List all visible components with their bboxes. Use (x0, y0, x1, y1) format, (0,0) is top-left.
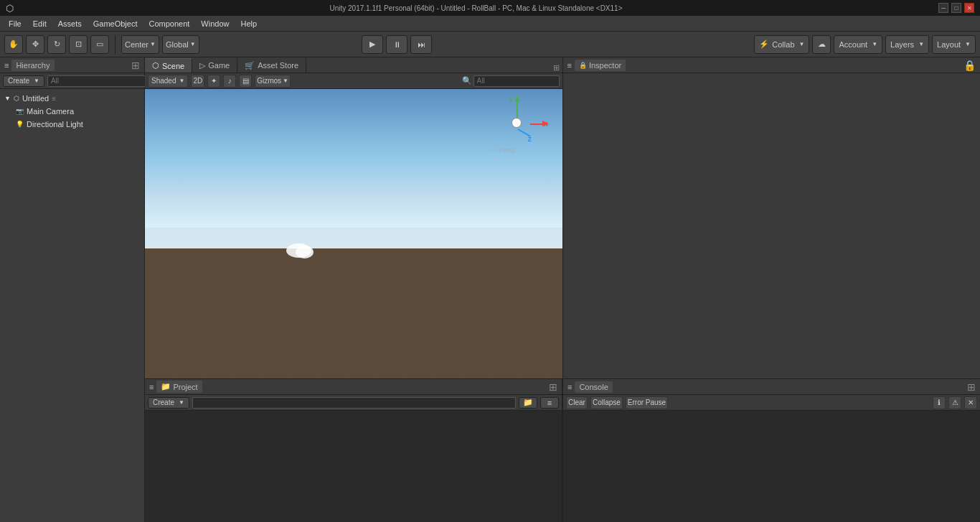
main-camera-label: Main Camera (27, 107, 74, 116)
scene-gizmo: Y X Z ← Persp (491, 96, 548, 161)
scene-toolbar: Shaded ▼ 2D ✦ ♪ ▤ Gizmos ▼ 🔍 (145, 73, 562, 89)
scene-search-input[interactable] (473, 75, 560, 87)
layers-button[interactable]: Layers ▼ (885, 35, 929, 54)
scene-tab[interactable]: ⬡ Scene (145, 58, 192, 73)
window-controls: ─ □ ✕ (938, 3, 974, 13)
asset-store-tab-icon: 🛒 (245, 61, 255, 70)
project-options-icon[interactable]: ⊞ (549, 381, 557, 393)
rotate-tool-button[interactable]: ↻ (47, 35, 66, 54)
toolbar: ✋ ✥ ↻ ⊡ ▭ Center ▼ Global ▼ ▶ ⏸ ⏭ ⚡ Coll… (0, 32, 980, 57)
project-list-button[interactable]: ≡ (540, 397, 559, 409)
project-tab[interactable]: 📁 Project (156, 381, 202, 393)
layers-chevron-icon: ▼ (918, 41, 924, 47)
y-axis-head (514, 96, 520, 102)
collab-button[interactable]: ⚡ Collab ▼ (754, 35, 809, 54)
menu-window[interactable]: Window (195, 18, 235, 29)
z-axis-label: Z (528, 136, 532, 143)
hierarchy-tab[interactable]: Hierarchy (11, 60, 54, 71)
pivot-center-button[interactable]: Center ▼ (121, 35, 159, 54)
console-warn-button[interactable]: ⚠ (948, 396, 961, 409)
titlebar-title: Unity 2017.1.1f1 Personal (64bit) - Unti… (330, 4, 623, 12)
asset-store-tab[interactable]: 🛒 Asset Store (237, 58, 306, 73)
console-options-icon[interactable]: ⊞ (967, 381, 976, 393)
hierarchy-create-button[interactable]: Create ▼ (3, 75, 44, 87)
console-error-pause-button[interactable]: Error Pause (626, 396, 668, 409)
console-collapse-button[interactable]: Collapse (590, 396, 623, 409)
console-content (563, 411, 980, 522)
hierarchy-search-input[interactable] (47, 75, 146, 87)
scene-viewport[interactable]: Y X Z ← Persp (145, 89, 562, 378)
scene-tab-options-icon[interactable]: ⊞ (550, 63, 562, 73)
audio-button[interactable]: ♪ (223, 75, 236, 88)
lighting-button[interactable]: ✦ (207, 75, 220, 88)
cloud-button[interactable]: ☁ (812, 35, 831, 54)
project-search-input[interactable] (192, 397, 516, 409)
center-area: ⬡ Scene ▷ Game 🛒 Asset Store ⊞ (145, 57, 980, 522)
play-button[interactable]: ▶ (362, 35, 383, 54)
inspector-options-icon[interactable]: 🔒 (963, 60, 976, 71)
inspector-tab[interactable]: 🔒 Inspector (575, 60, 626, 71)
console-panel: ≡ Console ⊞ Clear Collapse Error Pause ℹ… (562, 379, 980, 522)
menu-gameobject[interactable]: GameObject (88, 18, 143, 29)
pause-button[interactable]: ⏸ (386, 35, 407, 54)
collab-chevron-icon: ▼ (799, 41, 805, 47)
step-button[interactable]: ⏭ (410, 35, 432, 54)
inspector-panel: ≡ 🔒 Inspector 🔒 (562, 57, 981, 378)
project-create-button[interactable]: Create ▼ (148, 397, 189, 409)
project-menu-icon: ≡ (149, 383, 154, 391)
effects-button[interactable]: ▤ (239, 75, 252, 88)
maximize-button[interactable]: □ (951, 3, 961, 13)
toolbar-right: ⚡ Collab ▼ ☁ Account ▼ Layers ▼ Layout ▼ (754, 35, 976, 54)
account-button[interactable]: Account ▼ (834, 35, 882, 54)
scene-options-icon: ≡ (52, 95, 56, 103)
menu-assets[interactable]: Assets (52, 18, 88, 29)
hierarchy-header: ≡ Hierarchy ⊞ (0, 57, 144, 73)
inspector-menu-icon: ≡ (567, 61, 572, 70)
hand-tool-button[interactable]: ✋ (4, 35, 23, 54)
console-log-button[interactable]: ℹ (933, 396, 946, 409)
menu-component[interactable]: Component (143, 18, 195, 29)
console-clear-button[interactable]: Clear (566, 396, 588, 409)
project-content (145, 411, 562, 522)
pivot-global-button[interactable]: Global ▼ (162, 35, 199, 54)
scene-area: ⬡ Scene ▷ Game 🛒 Asset Store ⊞ (145, 57, 562, 378)
shading-dropdown[interactable]: Shaded ▼ (148, 75, 188, 88)
titlebar: ⬡ Unity 2017.1.1f1 Personal (64bit) - Un… (0, 0, 980, 16)
move-tool-button[interactable]: ✥ (26, 35, 44, 54)
menu-edit[interactable]: Edit (27, 18, 52, 29)
rect-tool-button[interactable]: ▭ (90, 35, 109, 54)
project-folder-button[interactable]: 📁 (519, 397, 537, 409)
hierarchy-main-camera-item[interactable]: 📷 Main Camera (0, 105, 144, 118)
collab-icon: ⚡ (759, 39, 769, 49)
menu-file[interactable]: File (3, 18, 27, 29)
layout-button[interactable]: Layout ▼ (932, 35, 976, 54)
camera-icon: 📷 (16, 108, 24, 115)
gizmo-center (512, 118, 522, 128)
pivot-center-chevron-icon: ▼ (150, 41, 156, 47)
scene-icon: ⬡ (14, 95, 19, 102)
shading-chevron-icon: ▼ (179, 78, 184, 84)
toolbar-separator-1 (115, 35, 116, 54)
gizmos-button[interactable]: Gizmos ▼ (255, 75, 291, 88)
main-layout: ≡ Hierarchy ⊞ Create ▼ ▼ ⬡ Untitled ≡ 📷 … (0, 57, 980, 522)
game-tab[interactable]: ▷ Game (192, 58, 237, 73)
inspector-header: ≡ 🔒 Inspector 🔒 (563, 57, 981, 73)
hierarchy-options-icon[interactable]: ⊞ (131, 60, 140, 71)
hierarchy-directional-light-item[interactable]: 💡 Directional Light (0, 118, 144, 131)
menubar: File Edit Assets GameObject Component Wi… (0, 16, 980, 32)
console-error-button[interactable]: ✕ (964, 396, 977, 409)
console-tab[interactable]: Console (575, 381, 612, 393)
pivot-global-chevron-icon: ▼ (190, 41, 196, 47)
close-button[interactable]: ✕ (964, 3, 974, 13)
minimize-button[interactable]: ─ (938, 3, 948, 13)
hierarchy-content: ▼ ⬡ Untitled ≡ 📷 Main Camera 💡 Direction… (0, 89, 144, 522)
persp-label[interactable]: ← Persp (491, 146, 516, 154)
create-chevron-icon: ▼ (34, 78, 39, 84)
console-toolbar: Clear Collapse Error Pause ℹ ⚠ ✕ (563, 395, 980, 411)
hierarchy-scene-item[interactable]: ▼ ⬡ Untitled ≡ (0, 92, 144, 105)
2d-button[interactable]: 2D (191, 75, 204, 88)
project-panel: ≡ 📁 Project ⊞ Create ▼ 📁 ≡ (145, 379, 562, 522)
menu-help[interactable]: Help (235, 18, 263, 29)
lock-icon: 🔒 (579, 62, 587, 69)
scale-tool-button[interactable]: ⊡ (69, 35, 88, 54)
